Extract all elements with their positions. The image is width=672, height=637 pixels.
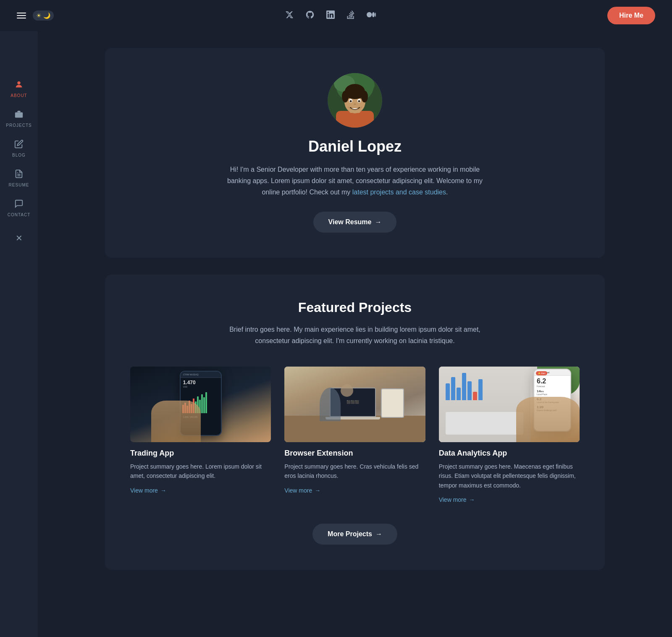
theme-toggle-button[interactable]: ☀ 🌙 xyxy=(33,10,54,21)
hero-name: Daniel Lopez xyxy=(122,138,588,155)
project-image-trading-app: CTRM NASDAQ 1.470 USD xyxy=(130,367,271,442)
svg-point-12 xyxy=(342,91,349,102)
svg-point-0 xyxy=(17,81,20,84)
sidebar-item-blog[interactable]: BLOG xyxy=(0,135,38,162)
more-projects-button[interactable]: More Projects → xyxy=(312,524,397,545)
hamburger-menu[interactable] xyxy=(17,13,26,18)
sidebar-item-projects[interactable]: PROJECTS xyxy=(0,105,38,132)
about-icon xyxy=(14,80,24,92)
sidebar: ABOUT PROJECTS BLOG RESUME C xyxy=(0,0,38,637)
stackoverflow-icon[interactable] xyxy=(346,10,355,21)
avatar-container xyxy=(122,73,588,128)
view-resume-arrow: → xyxy=(375,218,381,226)
medium-icon[interactable] xyxy=(367,10,376,21)
svg-point-17 xyxy=(358,100,360,102)
project-summary-browser-extension: Project summary goes here. Cras vehicula… xyxy=(284,462,425,481)
view-resume-label: View Resume xyxy=(328,218,372,226)
hire-me-button[interactable]: Hire Me xyxy=(607,7,655,24)
about-label: ABOUT xyxy=(10,93,27,98)
projects-section-intro: Brief intro goes here. My main experienc… xyxy=(229,324,481,346)
main-content: Daniel Lopez Hi! I'm a Senior Developer … xyxy=(38,31,672,587)
view-more-browser-extension[interactable]: View more → xyxy=(284,487,320,494)
project-image-data-analytics: 🔔 Alert We might feel 6.2 Forecast 14hrs… xyxy=(439,367,580,442)
project-card-trading-app: CTRM NASDAQ 1.470 USD xyxy=(130,367,271,503)
project-summary-data-analytics: Project summary goes here. Maecenas eget… xyxy=(439,462,580,490)
projects-label: PROJECTS xyxy=(6,123,32,128)
moon-icon: 🌙 xyxy=(43,12,50,19)
view-resume-button[interactable]: View Resume → xyxy=(313,212,397,233)
twitter-icon[interactable] xyxy=(285,10,294,21)
projects-section: Featured Projects Brief intro goes here.… xyxy=(105,275,605,570)
contact-icon xyxy=(14,199,24,211)
sidebar-item-about[interactable]: ABOUT xyxy=(0,76,38,102)
project-title-data-analytics: Data Analytics App xyxy=(439,449,580,458)
project-title-browser-extension: Browser Extension xyxy=(284,449,425,458)
project-card-data-analytics: 🔔 Alert We might feel 6.2 Forecast 14hrs… xyxy=(439,367,580,503)
github-icon[interactable] xyxy=(305,10,315,21)
svg-point-16 xyxy=(350,100,352,102)
project-image-browser-extension: ⬛⬛⬛ xyxy=(284,367,425,442)
sidebar-item-resume[interactable]: RESUME xyxy=(0,165,38,191)
linkedin-icon[interactable] xyxy=(326,10,335,21)
avatar xyxy=(328,73,382,128)
project-card-browser-extension: ⬛⬛⬛ Browser Extension Project summary g xyxy=(284,367,425,503)
view-more-trading-app[interactable]: View more → xyxy=(130,487,166,494)
header-left: ☀ 🌙 xyxy=(17,10,54,21)
projects-section-title: Featured Projects xyxy=(130,300,580,315)
svg-point-18 xyxy=(354,103,356,105)
sidebar-close-button[interactable]: ✕ xyxy=(16,233,23,243)
project-title-trading-app: Trading App xyxy=(130,449,271,458)
projects-icon xyxy=(14,110,24,121)
svg-rect-1 xyxy=(15,112,23,118)
hero-bio-link[interactable]: latest projects and case studies xyxy=(352,189,446,196)
projects-grid: CTRM NASDAQ 1.470 USD xyxy=(130,367,580,503)
hero-bio: Hi! I'm a Senior Developer with more tha… xyxy=(220,164,489,198)
resume-icon xyxy=(14,169,24,181)
header-nav xyxy=(285,10,376,21)
sidebar-item-contact[interactable]: CONTACT xyxy=(0,195,38,221)
resume-label: RESUME xyxy=(9,183,29,187)
more-projects-arrow: → xyxy=(375,530,382,538)
blog-label: BLOG xyxy=(12,153,26,157)
sun-icon: ☀ xyxy=(36,12,42,19)
blog-icon xyxy=(14,139,24,151)
svg-point-13 xyxy=(361,91,368,102)
more-projects-label: More Projects xyxy=(328,530,372,538)
contact-label: CONTACT xyxy=(8,212,31,217)
header: ☀ 🌙 Hire M xyxy=(0,0,672,31)
project-summary-trading-app: Project summary goes here. Lorem ipsum d… xyxy=(130,462,271,481)
view-more-data-analytics[interactable]: View more → xyxy=(439,496,475,503)
hero-section: Daniel Lopez Hi! I'm a Senior Developer … xyxy=(105,48,605,258)
